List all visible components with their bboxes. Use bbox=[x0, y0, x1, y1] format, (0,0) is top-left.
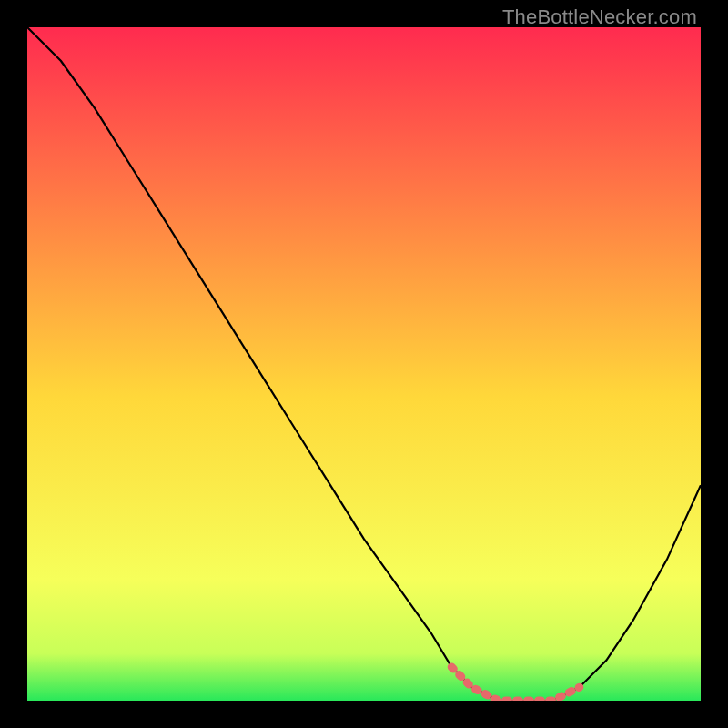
watermark-text: TheBottleNecker.com bbox=[502, 5, 697, 29]
chart-frame bbox=[27, 27, 701, 701]
chart-background-gradient bbox=[27, 27, 701, 701]
bottleneck-chart bbox=[27, 27, 701, 701]
